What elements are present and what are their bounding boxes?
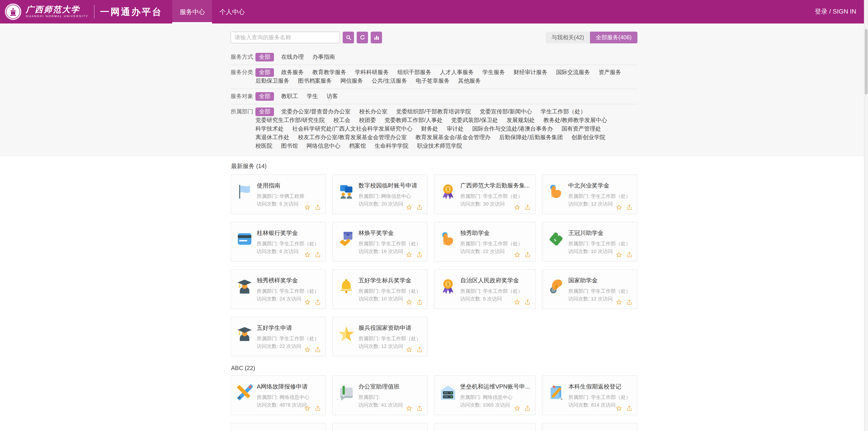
filter-option[interactable]: 人才人事服务 [440,68,474,77]
nav-tab[interactable]: 个人中心 [212,0,252,24]
all-services-button[interactable]: 全部服务(406) [590,32,638,43]
filter-option[interactable]: 校友工作办公室/教育发展基金会管理办公室 [298,133,407,142]
service-card[interactable]: 五好学生申请所属部门: 学生工作部（处）访问次数: 22 次访问 [230,317,326,357]
favorite-star-icon[interactable] [304,204,311,210]
filter-option[interactable]: 教职工 [281,92,298,101]
filter-option-active[interactable]: 全部 [255,92,274,101]
filter-option[interactable]: 后勤保卫服务 [255,77,289,86]
search-button[interactable] [343,32,354,43]
filter-option[interactable]: 党委教师工作部/人事处 [384,116,442,125]
filter-option[interactable]: 访客 [327,92,338,101]
filter-option[interactable]: 档案馆 [349,142,366,151]
favorite-star-icon[interactable] [406,252,412,258]
filter-option[interactable]: 国有资产管理处 [561,125,601,133]
filter-option[interactable]: 财务处 [421,125,438,133]
filter-option[interactable]: 校长办公室 [359,107,388,116]
favorite-star-icon[interactable] [406,204,412,210]
favorite-star-icon[interactable] [304,405,311,411]
filter-option[interactable]: 科学技术处 [255,125,284,133]
share-icon[interactable] [626,252,632,258]
filter-option[interactable]: 学科科研服务 [355,68,389,77]
filter-option[interactable]: 教育教学服务 [312,68,346,77]
share-icon[interactable] [315,252,321,258]
filter-option[interactable]: 其他服务 [458,77,481,86]
service-card[interactable]: 本科生假期返校登记所属部门: 学生工作部（处）访问次数: 814 次访问 [542,375,638,415]
share-icon[interactable] [626,204,632,210]
favorite-star-icon[interactable] [514,252,520,258]
service-card[interactable]: s王冠川助学金所属部门: 学生工作部（处）访问次数: 10 次访问 [542,222,638,262]
filter-option[interactable]: 教育发展基金会/基金会管理办 [415,133,491,142]
filter-option[interactable]: 党委宣传部/新闻中心 [480,107,532,116]
filter-option[interactable]: 教务处/教师教学发展中心 [544,116,607,125]
filter-option[interactable]: 国际合作与交流处/港澳台事务办 [472,125,553,133]
stats-button[interactable] [371,32,382,43]
favorite-star-icon[interactable] [406,405,412,411]
filter-option[interactable]: 党委研究生工作部/研究生院 [255,116,325,125]
share-icon[interactable] [416,405,423,411]
filter-option[interactable]: 办事指南 [312,53,335,61]
service-card[interactable]: 服兵役国家资助申请所属部门: 学生工作部（处）访问次数: 12 次访问 [332,317,428,357]
filter-option[interactable]: 发展规划处 [506,116,535,125]
filter-option[interactable]: 财经审计服务 [514,68,548,77]
service-card-partial[interactable] [230,423,326,431]
filter-option[interactable]: 电子签章服务 [416,77,450,86]
share-icon[interactable] [524,299,531,305]
filter-option[interactable]: 政务服务 [281,68,304,77]
share-icon[interactable] [315,299,321,305]
favorite-star-icon[interactable] [514,204,520,210]
service-card[interactable]: 堡垒机和运维VPN账号申...所属部门: 网络信息中心访问次数: 1065 次访… [434,375,536,415]
share-icon[interactable] [524,252,531,258]
filter-option[interactable]: 学生工作部（处） [541,107,586,116]
service-card[interactable]: 桂林银行奖学金所属部门: 学生工作部（处）访问次数: 6 次访问 [230,222,326,262]
filter-option[interactable]: 党委组织部/干部教育培训学院 [396,107,471,116]
share-icon[interactable] [315,346,321,353]
service-card[interactable]: 国家助学金所属部门: 学生工作部（处）访问次数: 12 次访问 [542,269,638,309]
filter-option[interactable]: 网络信息中心 [307,142,340,151]
favorite-star-icon[interactable] [304,252,311,258]
service-card[interactable]: A网络故障报修申请所属部门: 网络信息中心访问次数: 4878 次访问 [230,375,326,415]
favorite-star-icon[interactable] [304,299,311,305]
favorite-star-icon[interactable] [514,299,520,305]
scrollbar[interactable] [864,0,868,431]
filter-option[interactable]: 资产服务 [598,68,621,77]
share-icon[interactable] [524,204,531,210]
share-icon[interactable] [416,204,423,210]
favorite-star-icon[interactable] [406,299,412,305]
filter-option[interactable]: 党委武装部/保卫处 [451,116,498,125]
service-card[interactable]: 数字校园临时账号申请所属部门: 网络信息中心访问次数: 20 次访问 [332,174,428,214]
service-card[interactable]: 1广西师范大学后勤服务集...所属部门: 学生工作部（处）访问次数: 30 次访… [434,174,536,214]
share-icon[interactable] [416,252,423,258]
filter-option[interactable]: 校工会 [333,116,350,125]
filter-option[interactable]: 校团委 [359,116,376,125]
filter-option[interactable]: 在线办理 [281,53,304,61]
share-icon[interactable] [416,299,423,305]
filter-option[interactable]: 职业技术师范学院 [417,142,462,151]
filter-option[interactable]: 党委办公室/督查督办办公室 [281,107,350,116]
filter-option-active[interactable]: 全部 [255,68,274,77]
favorite-star-icon[interactable] [616,252,622,258]
share-icon[interactable] [524,405,531,411]
share-icon[interactable] [315,405,321,411]
filter-option[interactable]: 生命科学学院 [375,142,408,151]
favorite-star-icon[interactable] [514,405,520,411]
filter-option[interactable]: 组织干部服务 [397,68,431,77]
filter-option[interactable]: 图书档案服务 [298,77,332,86]
service-card-partial[interactable] [332,423,428,431]
search-input[interactable] [230,32,340,43]
filter-option-active[interactable]: 全部 [255,53,274,61]
filter-option[interactable]: 国际交流服务 [556,68,590,77]
service-card[interactable]: 1自治区人民政府奖学金所属部门: 学生工作部（处）访问次数: 8 次访问 [434,269,536,309]
refresh-button[interactable] [357,32,368,43]
related-to-me-button[interactable]: 与我相关(42) [546,32,590,43]
share-icon[interactable] [315,204,321,210]
service-card[interactable]: 中北兴业奖学金所属部门: 学生工作部（处）访问次数: 12 次访问 [542,174,638,214]
favorite-star-icon[interactable] [616,204,622,210]
scrollbar-thumb[interactable] [865,29,868,94]
favorite-star-icon[interactable] [304,346,311,353]
nav-tab[interactable]: 服务中心 [173,0,212,24]
filter-option[interactable]: 图书馆 [281,142,298,151]
service-card[interactable]: 使用指南所属部门: 华腾工程师访问次数: 6 次访问 [230,174,326,214]
filter-option[interactable]: 公共/生活服务 [372,77,407,86]
filter-option[interactable]: 社会科学研究处/广西人文社会科学发展研究中心 [292,125,412,133]
filter-option[interactable]: 学生 [307,92,318,101]
